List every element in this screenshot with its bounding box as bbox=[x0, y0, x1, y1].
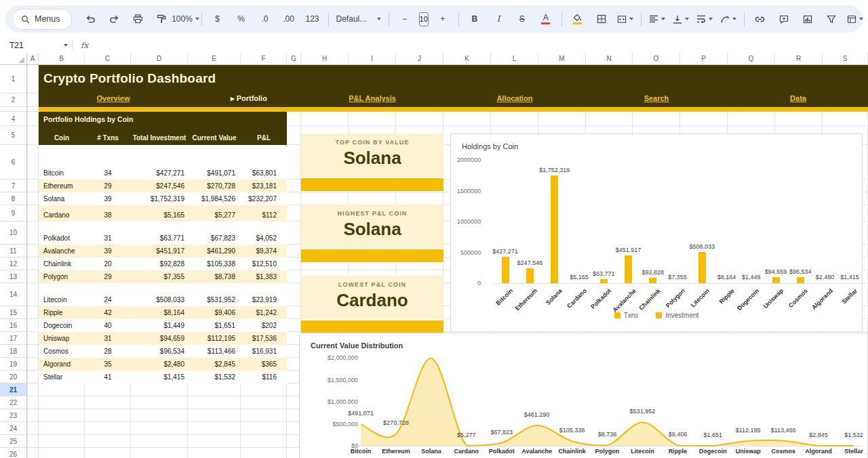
insert-link-button[interactable] bbox=[749, 10, 771, 28]
menus-button[interactable]: Menus bbox=[12, 9, 72, 30]
column-header-A[interactable]: A bbox=[27, 53, 39, 65]
row-header-20[interactable]: 20 bbox=[0, 371, 27, 383]
text-rotation-button[interactable] bbox=[717, 10, 739, 28]
table-row-ethereum[interactable]: Ethereum29$247,546$270,728$23,181 bbox=[39, 180, 287, 192]
row-header-18[interactable]: 18 bbox=[0, 345, 27, 358]
column-header-S[interactable]: S bbox=[823, 53, 868, 65]
text-wrap-button[interactable] bbox=[694, 10, 715, 28]
decrease-font-size-button[interactable]: − bbox=[394, 10, 416, 28]
column-header-F[interactable]: F bbox=[241, 53, 287, 65]
summary-card-2[interactable]: HIGHEST P&L COINSolana bbox=[301, 205, 443, 248]
row-header-5[interactable]: 5 bbox=[0, 126, 27, 145]
create-filter-button[interactable] bbox=[821, 10, 842, 28]
column-header-G[interactable]: G bbox=[287, 53, 301, 65]
row-header-10[interactable]: 10 bbox=[0, 222, 27, 245]
font-select[interactable]: Defaul... bbox=[334, 10, 384, 28]
table-row-polkadot[interactable]: Polkadot31$63,771$67,823$4,052 bbox=[39, 222, 287, 245]
row-header-16[interactable]: 16 bbox=[0, 319, 27, 332]
row-header-23[interactable]: 23 bbox=[0, 409, 27, 422]
column-header-O[interactable]: O bbox=[633, 53, 680, 65]
row-header-17[interactable]: 17 bbox=[0, 332, 27, 345]
row-header-15[interactable]: 15 bbox=[0, 306, 27, 319]
column-header-N[interactable]: N bbox=[586, 53, 633, 65]
more-formats-button[interactable]: 123 bbox=[302, 10, 323, 28]
table-views-button[interactable] bbox=[844, 10, 866, 28]
column-header-R[interactable]: R bbox=[775, 53, 823, 65]
currency-format-button[interactable]: $ bbox=[207, 10, 229, 28]
text-color-button[interactable]: A bbox=[535, 10, 557, 28]
current-value-distribution-chart[interactable]: Current Value Distribution $2,000,000$1,… bbox=[299, 333, 868, 458]
bold-button[interactable]: B bbox=[464, 10, 486, 28]
summary-card-3[interactable]: LOWEST P&L COINCardano bbox=[301, 276, 443, 319]
table-row-chainlink[interactable]: Chainlink20$92,828$105,338$12,510 bbox=[39, 257, 287, 270]
column-header-M[interactable]: M bbox=[538, 53, 586, 65]
nav-item-allocation[interactable]: Allocation bbox=[496, 94, 532, 102]
formula-input[interactable] bbox=[96, 38, 868, 53]
borders-button[interactable] bbox=[591, 10, 612, 28]
redo-button[interactable] bbox=[104, 10, 125, 28]
row-header-9[interactable]: 9 bbox=[0, 205, 27, 222]
table-row-dogecoin[interactable]: Dogecoin40$1,449$1,651$202 bbox=[39, 319, 287, 332]
nav-item-portfolio[interactable]: ▸ Portfolio bbox=[231, 94, 267, 103]
column-header-Q[interactable]: Q bbox=[728, 53, 775, 65]
table-row-uniswap[interactable]: Uniswap31$94,659$112,195$17,536 bbox=[39, 332, 287, 345]
column-header-I[interactable]: I bbox=[349, 53, 396, 65]
cell-reference-box[interactable]: T21 bbox=[0, 41, 72, 50]
column-header-K[interactable]: K bbox=[443, 53, 491, 65]
row-header-19[interactable]: 19 bbox=[0, 358, 27, 371]
column-header-B[interactable]: B bbox=[39, 53, 85, 65]
insert-chart-button[interactable] bbox=[797, 10, 818, 28]
vertical-align-button[interactable] bbox=[670, 10, 692, 28]
horizontal-align-button[interactable] bbox=[646, 10, 668, 28]
summary-card-1[interactable]: TOP COIN BY VALUESolana bbox=[301, 133, 443, 177]
row-header-21[interactable]: 21 bbox=[0, 383, 27, 396]
table-row-polygon[interactable]: Polygon29$7,355$8,738$1,383 bbox=[39, 270, 287, 283]
row-header-11[interactable]: 11 bbox=[0, 245, 27, 257]
row-header-3[interactable] bbox=[0, 107, 27, 112]
nav-item-p-l-analysis[interactable]: P&L Analysis bbox=[349, 94, 396, 102]
fill-color-button[interactable] bbox=[567, 10, 589, 28]
paint-format-button[interactable] bbox=[151, 10, 173, 28]
table-row-cardano[interactable]: Cardano38$5,165$5,277$112 bbox=[39, 205, 287, 222]
row-header-2[interactable]: 2 bbox=[0, 93, 27, 107]
increase-decimal-button[interactable]: .00 bbox=[278, 10, 300, 28]
column-header-P[interactable]: P bbox=[680, 53, 728, 65]
table-row-litecoin[interactable]: Litecoin24$508,033$531,952$23,919 bbox=[39, 283, 287, 306]
table-row-ripple[interactable]: Ripple42$8,164$9,406$1,242 bbox=[39, 306, 287, 319]
column-header-H[interactable]: H bbox=[301, 53, 349, 65]
table-row-avalanche[interactable]: Avalanche39$451,917$461,290$9,374 bbox=[39, 245, 287, 257]
row-header-13[interactable]: 13 bbox=[0, 270, 27, 283]
row-header-1[interactable]: 1 bbox=[0, 65, 27, 93]
holdings-by-coin-chart[interactable]: Holdings by Coin 20000001500000100000050… bbox=[450, 133, 863, 332]
merge-cells-button[interactable] bbox=[614, 10, 636, 28]
nav-item-overview[interactable]: Overview bbox=[97, 94, 130, 102]
select-all-corner[interactable] bbox=[0, 53, 27, 65]
column-header-J[interactable]: J bbox=[396, 53, 443, 65]
nav-item-search[interactable]: Search bbox=[644, 94, 669, 102]
row-header-14[interactable]: 14 bbox=[0, 283, 27, 306]
column-header-E[interactable]: E bbox=[188, 53, 241, 65]
row-header-24[interactable]: 24 bbox=[0, 422, 27, 435]
percent-format-button[interactable]: % bbox=[231, 10, 252, 28]
increase-font-size-button[interactable]: + bbox=[432, 10, 454, 28]
column-header-L[interactable]: L bbox=[491, 53, 538, 65]
nav-item-data[interactable]: Data bbox=[790, 94, 806, 102]
row-header-7[interactable]: 7 bbox=[0, 180, 27, 192]
column-header-D[interactable]: D bbox=[131, 53, 188, 65]
table-row-solana[interactable]: Solana39$1,752,319$1,984,526$232,207 bbox=[39, 192, 287, 205]
insert-comment-button[interactable] bbox=[773, 10, 795, 28]
decrease-decimal-button[interactable]: .0 bbox=[254, 10, 276, 28]
table-row-bitcoin[interactable]: Bitcoin34$427,271$491,071$63,801 bbox=[39, 145, 287, 180]
strikethrough-button[interactable]: S bbox=[511, 10, 533, 28]
row-header-8[interactable]: 8 bbox=[0, 192, 27, 205]
row-header-12[interactable]: 12 bbox=[0, 257, 27, 270]
zoom-select[interactable]: 100% bbox=[175, 10, 197, 28]
italic-button[interactable]: I bbox=[488, 10, 509, 28]
row-header-26[interactable]: 26 bbox=[0, 448, 27, 458]
table-row-cosmos[interactable]: Cosmos28$96,534$113,466$16,931 bbox=[39, 345, 287, 358]
row-header-4[interactable]: 4 bbox=[0, 112, 27, 126]
row-header-6[interactable]: 6 bbox=[0, 145, 27, 180]
table-row-algorand[interactable]: Algorand35$2,480$2,845$365 bbox=[39, 358, 287, 371]
table-row-stellar[interactable]: Stellar41$1,415$1,532$116 bbox=[39, 371, 287, 383]
print-button[interactable] bbox=[127, 10, 149, 28]
